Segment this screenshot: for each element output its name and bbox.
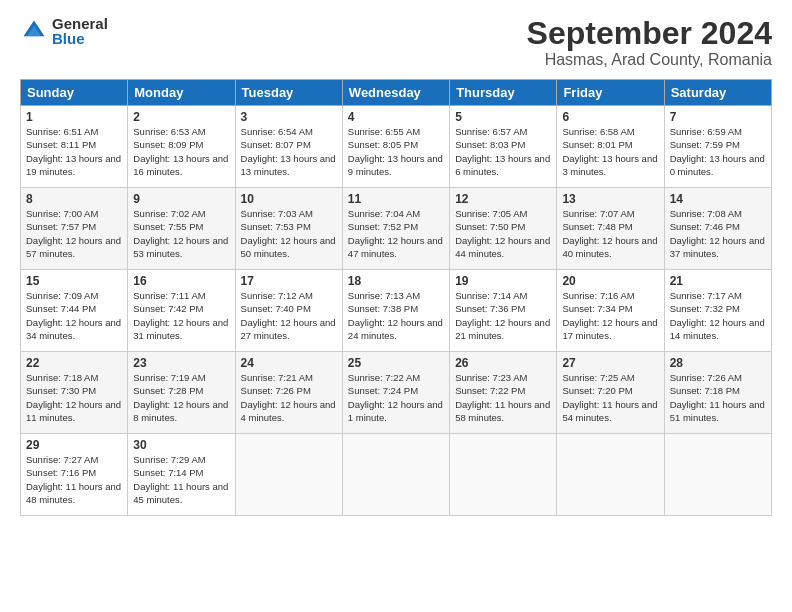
day-number: 18	[348, 274, 444, 288]
day-info: Sunrise: 6:59 AM Sunset: 7:59 PM Dayligh…	[670, 125, 766, 178]
sunrise-text: Sunrise: 7:22 AM	[348, 371, 444, 384]
sunset-text: Sunset: 7:34 PM	[562, 302, 658, 315]
calendar-cell: 3 Sunrise: 6:54 AM Sunset: 8:07 PM Dayli…	[235, 106, 342, 188]
sunrise-text: Sunrise: 7:11 AM	[133, 289, 229, 302]
daylight-text: Daylight: 12 hours and 4 minutes.	[241, 398, 337, 425]
daylight-text: Daylight: 12 hours and 37 minutes.	[670, 234, 766, 261]
day-number: 3	[241, 110, 337, 124]
daylight-text: Daylight: 12 hours and 8 minutes.	[133, 398, 229, 425]
day-number: 8	[26, 192, 122, 206]
day-info: Sunrise: 7:00 AM Sunset: 7:57 PM Dayligh…	[26, 207, 122, 260]
day-info: Sunrise: 7:26 AM Sunset: 7:18 PM Dayligh…	[670, 371, 766, 424]
day-info: Sunrise: 7:18 AM Sunset: 7:30 PM Dayligh…	[26, 371, 122, 424]
daylight-text: Daylight: 12 hours and 1 minute.	[348, 398, 444, 425]
daylight-text: Daylight: 12 hours and 31 minutes.	[133, 316, 229, 343]
calendar-cell: 20 Sunrise: 7:16 AM Sunset: 7:34 PM Dayl…	[557, 270, 664, 352]
sunset-text: Sunset: 8:09 PM	[133, 138, 229, 151]
calendar-cell: 23 Sunrise: 7:19 AM Sunset: 7:28 PM Dayl…	[128, 352, 235, 434]
sunset-text: Sunset: 7:38 PM	[348, 302, 444, 315]
day-info: Sunrise: 6:53 AM Sunset: 8:09 PM Dayligh…	[133, 125, 229, 178]
calendar-header-row: Sunday Monday Tuesday Wednesday Thursday…	[21, 80, 772, 106]
calendar-cell: 19 Sunrise: 7:14 AM Sunset: 7:36 PM Dayl…	[450, 270, 557, 352]
day-number: 7	[670, 110, 766, 124]
day-info: Sunrise: 7:02 AM Sunset: 7:55 PM Dayligh…	[133, 207, 229, 260]
col-thursday: Thursday	[450, 80, 557, 106]
calendar-cell: 16 Sunrise: 7:11 AM Sunset: 7:42 PM Dayl…	[128, 270, 235, 352]
day-number: 24	[241, 356, 337, 370]
sunrise-text: Sunrise: 7:08 AM	[670, 207, 766, 220]
sunrise-text: Sunrise: 7:19 AM	[133, 371, 229, 384]
day-info: Sunrise: 7:27 AM Sunset: 7:16 PM Dayligh…	[26, 453, 122, 506]
calendar-week-5: 29 Sunrise: 7:27 AM Sunset: 7:16 PM Dayl…	[21, 434, 772, 516]
sunrise-text: Sunrise: 7:27 AM	[26, 453, 122, 466]
day-number: 29	[26, 438, 122, 452]
day-info: Sunrise: 6:55 AM Sunset: 8:05 PM Dayligh…	[348, 125, 444, 178]
calendar-cell: 9 Sunrise: 7:02 AM Sunset: 7:55 PM Dayli…	[128, 188, 235, 270]
sunset-text: Sunset: 7:52 PM	[348, 220, 444, 233]
day-info: Sunrise: 7:22 AM Sunset: 7:24 PM Dayligh…	[348, 371, 444, 424]
day-info: Sunrise: 6:57 AM Sunset: 8:03 PM Dayligh…	[455, 125, 551, 178]
daylight-text: Daylight: 12 hours and 40 minutes.	[562, 234, 658, 261]
day-number: 15	[26, 274, 122, 288]
day-info: Sunrise: 7:25 AM Sunset: 7:20 PM Dayligh…	[562, 371, 658, 424]
daylight-text: Daylight: 12 hours and 44 minutes.	[455, 234, 551, 261]
day-number: 5	[455, 110, 551, 124]
calendar-cell: 15 Sunrise: 7:09 AM Sunset: 7:44 PM Dayl…	[21, 270, 128, 352]
location-title: Hasmas, Arad County, Romania	[527, 51, 772, 69]
sunrise-text: Sunrise: 7:07 AM	[562, 207, 658, 220]
day-info: Sunrise: 6:58 AM Sunset: 8:01 PM Dayligh…	[562, 125, 658, 178]
sunrise-text: Sunrise: 6:59 AM	[670, 125, 766, 138]
day-number: 13	[562, 192, 658, 206]
logo: General Blue	[20, 16, 108, 46]
sunrise-text: Sunrise: 7:18 AM	[26, 371, 122, 384]
sunset-text: Sunset: 7:50 PM	[455, 220, 551, 233]
day-number: 1	[26, 110, 122, 124]
sunrise-text: Sunrise: 7:14 AM	[455, 289, 551, 302]
sunrise-text: Sunrise: 7:17 AM	[670, 289, 766, 302]
sunset-text: Sunset: 8:05 PM	[348, 138, 444, 151]
day-number: 22	[26, 356, 122, 370]
calendar-cell	[235, 434, 342, 516]
daylight-text: Daylight: 11 hours and 54 minutes.	[562, 398, 658, 425]
sunrise-text: Sunrise: 7:09 AM	[26, 289, 122, 302]
sunrise-text: Sunrise: 7:13 AM	[348, 289, 444, 302]
daylight-text: Daylight: 11 hours and 51 minutes.	[670, 398, 766, 425]
daylight-text: Daylight: 12 hours and 24 minutes.	[348, 316, 444, 343]
sunset-text: Sunset: 7:22 PM	[455, 384, 551, 397]
day-number: 19	[455, 274, 551, 288]
calendar-cell: 7 Sunrise: 6:59 AM Sunset: 7:59 PM Dayli…	[664, 106, 771, 188]
calendar-cell: 24 Sunrise: 7:21 AM Sunset: 7:26 PM Dayl…	[235, 352, 342, 434]
day-info: Sunrise: 7:23 AM Sunset: 7:22 PM Dayligh…	[455, 371, 551, 424]
daylight-text: Daylight: 11 hours and 58 minutes.	[455, 398, 551, 425]
daylight-text: Daylight: 11 hours and 45 minutes.	[133, 480, 229, 507]
col-tuesday: Tuesday	[235, 80, 342, 106]
day-number: 28	[670, 356, 766, 370]
day-number: 2	[133, 110, 229, 124]
calendar-week-3: 15 Sunrise: 7:09 AM Sunset: 7:44 PM Dayl…	[21, 270, 772, 352]
calendar-cell: 26 Sunrise: 7:23 AM Sunset: 7:22 PM Dayl…	[450, 352, 557, 434]
day-info: Sunrise: 7:16 AM Sunset: 7:34 PM Dayligh…	[562, 289, 658, 342]
day-info: Sunrise: 7:19 AM Sunset: 7:28 PM Dayligh…	[133, 371, 229, 424]
sunrise-text: Sunrise: 7:05 AM	[455, 207, 551, 220]
sunrise-text: Sunrise: 7:25 AM	[562, 371, 658, 384]
calendar-cell: 2 Sunrise: 6:53 AM Sunset: 8:09 PM Dayli…	[128, 106, 235, 188]
daylight-text: Daylight: 13 hours and 13 minutes.	[241, 152, 337, 179]
sunset-text: Sunset: 8:11 PM	[26, 138, 122, 151]
sunset-text: Sunset: 7:32 PM	[670, 302, 766, 315]
calendar-cell: 6 Sunrise: 6:58 AM Sunset: 8:01 PM Dayli…	[557, 106, 664, 188]
calendar-cell: 28 Sunrise: 7:26 AM Sunset: 7:18 PM Dayl…	[664, 352, 771, 434]
sunset-text: Sunset: 7:26 PM	[241, 384, 337, 397]
day-number: 17	[241, 274, 337, 288]
daylight-text: Daylight: 12 hours and 11 minutes.	[26, 398, 122, 425]
sunset-text: Sunset: 7:36 PM	[455, 302, 551, 315]
page: General Blue September 2024 Hasmas, Arad…	[0, 0, 792, 612]
calendar-week-4: 22 Sunrise: 7:18 AM Sunset: 7:30 PM Dayl…	[21, 352, 772, 434]
title-block: September 2024 Hasmas, Arad County, Roma…	[527, 16, 772, 69]
sunset-text: Sunset: 7:28 PM	[133, 384, 229, 397]
day-number: 23	[133, 356, 229, 370]
sunset-text: Sunset: 7:48 PM	[562, 220, 658, 233]
sunrise-text: Sunrise: 6:54 AM	[241, 125, 337, 138]
calendar-cell: 18 Sunrise: 7:13 AM Sunset: 7:38 PM Dayl…	[342, 270, 449, 352]
calendar-cell: 22 Sunrise: 7:18 AM Sunset: 7:30 PM Dayl…	[21, 352, 128, 434]
sunrise-text: Sunrise: 6:55 AM	[348, 125, 444, 138]
